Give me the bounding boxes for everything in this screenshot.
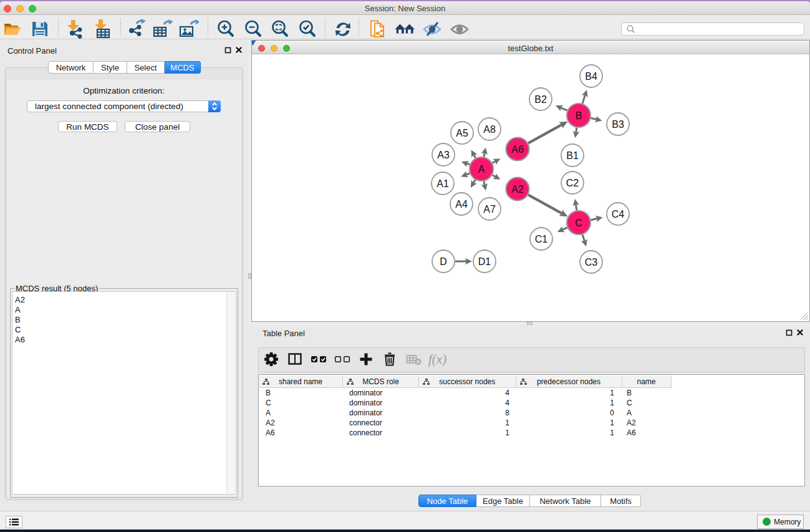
svg-text:A6: A6 [511, 144, 524, 155]
svg-text:C: C [575, 218, 582, 228]
svg-text:A8: A8 [483, 124, 496, 135]
svg-text:B3: B3 [612, 119, 624, 130]
svg-text:C3: C3 [585, 257, 598, 268]
svg-text:A4: A4 [455, 199, 468, 210]
svg-text:A2: A2 [511, 184, 524, 195]
svg-text:B2: B2 [534, 94, 547, 105]
svg-text:A5: A5 [456, 128, 468, 138]
svg-text:D1: D1 [478, 256, 491, 267]
svg-text:A7: A7 [483, 204, 496, 215]
svg-text:C4: C4 [612, 209, 625, 220]
svg-text:B: B [576, 110, 582, 121]
svg-text:C1: C1 [535, 234, 548, 244]
svg-text:B4: B4 [585, 71, 597, 82]
svg-text:B1: B1 [566, 150, 579, 161]
svg-text:C2: C2 [566, 178, 579, 188]
svg-text:A1: A1 [436, 178, 449, 189]
svg-text:D: D [440, 256, 447, 267]
svg-text:A: A [478, 164, 485, 175]
svg-text:A3: A3 [437, 150, 450, 160]
